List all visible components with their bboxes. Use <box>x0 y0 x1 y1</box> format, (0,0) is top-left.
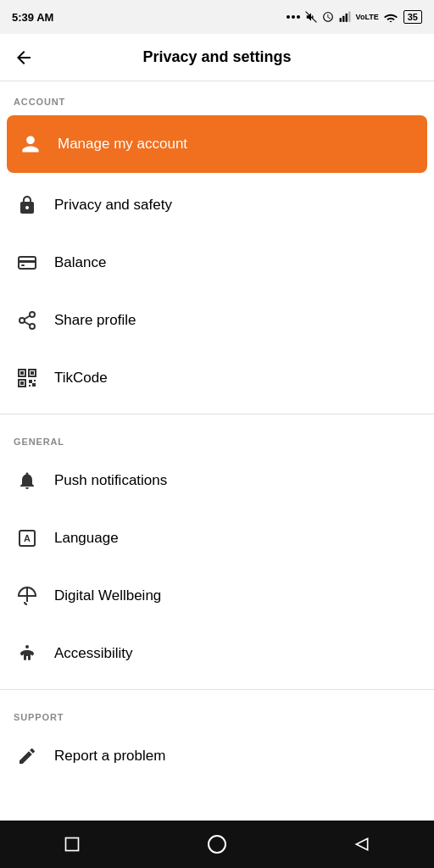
section-label-general: GENERAL <box>0 421 434 452</box>
triangle-icon <box>353 836 370 853</box>
svg-marker-32 <box>357 838 368 849</box>
language-icon: A <box>14 525 41 552</box>
menu-item-manage-account[interactable]: Manage my account <box>7 115 427 173</box>
share-profile-label: Share profile <box>54 312 136 329</box>
header: Privacy and settings <box>0 34 434 81</box>
manage-account-label: Manage my account <box>58 136 187 153</box>
mute-icon <box>305 11 317 23</box>
main-content: ACCOUNT Manage my account Privacy and sa… <box>0 81 434 785</box>
svg-point-13 <box>30 324 35 329</box>
report-icon <box>14 743 41 770</box>
digital-wellbeing-label: Digital Wellbeing <box>54 587 161 604</box>
svg-rect-30 <box>65 838 78 851</box>
square-icon <box>64 836 81 853</box>
alarm-icon <box>322 11 334 23</box>
svg-line-14 <box>25 322 31 326</box>
accessibility-label: Accessibility <box>54 645 133 662</box>
nav-back-button[interactable] <box>353 836 370 853</box>
menu-item-digital-wellbeing[interactable]: Digital Wellbeing <box>0 567 434 625</box>
svg-point-0 <box>287 15 290 19</box>
svg-point-2 <box>297 15 300 19</box>
status-icons: VoLTE 35 <box>287 10 422 24</box>
svg-point-12 <box>19 318 25 323</box>
menu-item-balance[interactable]: Balance <box>0 234 434 292</box>
back-button[interactable] <box>14 44 41 71</box>
lte-badge: VoLTE <box>356 13 379 21</box>
divider-account-general <box>0 414 434 415</box>
svg-rect-24 <box>29 385 31 387</box>
language-label: Language <box>54 530 119 547</box>
section-account: ACCOUNT Manage my account Privacy and sa… <box>0 81 434 407</box>
svg-rect-22 <box>29 380 32 383</box>
lock-icon <box>14 192 41 219</box>
signal-dots-icon <box>287 12 300 22</box>
page-title: Privacy and settings <box>142 48 291 66</box>
report-problem-label: Report a problem <box>54 748 165 765</box>
svg-text:A: A <box>24 533 31 543</box>
menu-item-privacy-safety[interactable]: Privacy and safety <box>0 176 434 234</box>
status-bar: 5:39 AM VoLTE 35 <box>0 0 434 34</box>
nav-home-button[interactable] <box>207 834 227 854</box>
menu-item-share-profile[interactable]: Share profile <box>0 292 434 349</box>
svg-rect-23 <box>34 380 36 381</box>
menu-item-report-problem[interactable]: Report a problem <box>0 727 434 785</box>
menu-item-accessibility[interactable]: Accessibility <box>0 625 434 682</box>
battery-level: 35 <box>403 10 422 24</box>
svg-rect-19 <box>31 371 34 375</box>
balance-label: Balance <box>54 254 106 271</box>
wifi-icon <box>384 12 398 22</box>
bell-icon <box>14 467 41 494</box>
signal-bar-icon <box>339 11 351 23</box>
svg-point-29 <box>25 645 29 648</box>
svg-rect-17 <box>20 371 24 375</box>
circle-icon <box>207 834 227 854</box>
divider-general-support <box>0 689 434 690</box>
svg-rect-7 <box>348 12 350 22</box>
menu-item-tikcode[interactable]: TikCode <box>0 349 434 407</box>
svg-rect-10 <box>21 264 25 266</box>
svg-rect-6 <box>345 14 347 22</box>
section-label-support: SUPPORT <box>0 697 434 727</box>
qrcode-icon <box>14 364 41 392</box>
svg-rect-9 <box>19 260 36 263</box>
svg-line-15 <box>25 316 31 320</box>
menu-item-language[interactable]: A Language <box>0 509 434 567</box>
svg-rect-21 <box>20 381 24 385</box>
privacy-safety-label: Privacy and safety <box>54 197 172 214</box>
svg-rect-25 <box>32 383 36 387</box>
person-icon <box>17 131 44 158</box>
push-notifications-label: Push notifications <box>54 472 167 489</box>
menu-item-push-notifications[interactable]: Push notifications <box>0 452 434 509</box>
balance-icon <box>14 249 41 276</box>
tikcode-label: TikCode <box>54 370 108 387</box>
nav-square-button[interactable] <box>64 836 81 853</box>
bottom-nav <box>0 821 434 868</box>
back-arrow-icon <box>14 47 34 68</box>
section-support: SUPPORT Report a problem <box>0 697 434 785</box>
svg-point-31 <box>209 836 225 853</box>
svg-point-11 <box>30 312 35 317</box>
accessibility-icon <box>14 640 41 667</box>
section-general: GENERAL Push notifications A Language <box>0 421 434 682</box>
svg-rect-4 <box>339 18 341 22</box>
section-label-account: ACCOUNT <box>0 81 434 112</box>
wellbeing-icon <box>14 582 41 609</box>
share-icon <box>14 307 41 334</box>
status-time: 5:39 AM <box>12 11 53 24</box>
svg-point-1 <box>292 15 295 19</box>
svg-rect-5 <box>342 16 344 22</box>
